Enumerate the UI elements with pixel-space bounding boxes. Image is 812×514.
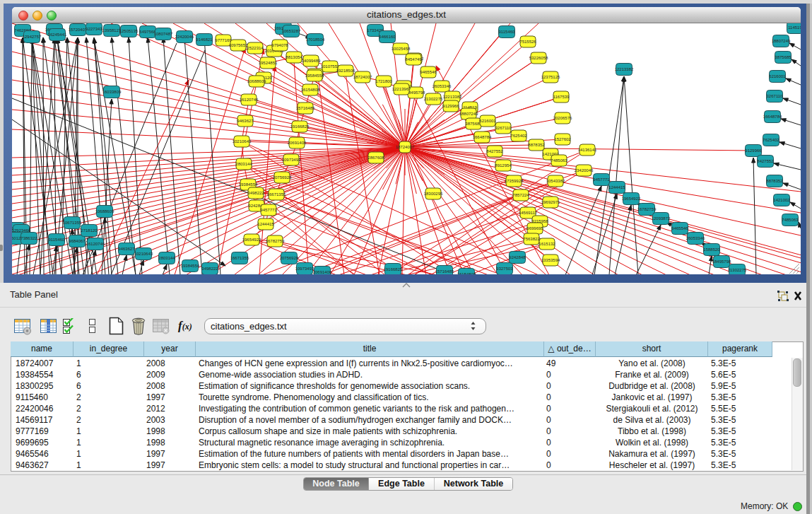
svg-text:2718120: 2718120 — [81, 228, 98, 233]
svg-text:16782759: 16782759 — [637, 207, 657, 211]
svg-text:16154808: 16154808 — [301, 88, 320, 92]
svg-text:18300295: 18300295 — [424, 192, 443, 196]
svg-text:12213382: 12213382 — [443, 95, 462, 99]
svg-text:1721800: 1721800 — [375, 79, 392, 83]
svg-text:9146821: 9146821 — [196, 37, 213, 42]
svg-text:14569117: 14569117 — [519, 211, 538, 215]
svg-text:9129966: 9129966 — [442, 104, 459, 108]
svg-text:9227343: 9227343 — [86, 27, 102, 31]
svg-text:8813054: 8813054 — [286, 55, 302, 59]
svg-text:13353594: 13353594 — [541, 258, 560, 262]
svg-text:18495798: 18495798 — [712, 259, 731, 264]
svg-text:10807487: 10807487 — [154, 32, 173, 36]
svg-text:20206576: 20206576 — [553, 116, 572, 120]
svg-text:7563822: 7563822 — [523, 237, 540, 241]
svg-text:17359928: 17359928 — [505, 179, 524, 183]
svg-text:10210643: 10210643 — [134, 252, 153, 256]
svg-text:9794078: 9794078 — [271, 43, 288, 47]
svg-text:7515526: 7515526 — [519, 40, 536, 44]
svg-text:9463627: 9463627 — [118, 247, 135, 251]
svg-text:18807249: 18807249 — [772, 39, 791, 43]
svg-text:1167539: 1167539 — [553, 95, 570, 99]
svg-text:19166825: 19166825 — [290, 124, 310, 129]
svg-text:15720407: 15720407 — [69, 28, 88, 32]
svg-text:2803144: 2803144 — [235, 162, 252, 166]
svg-text:20691406: 20691406 — [313, 270, 332, 274]
svg-text:114519: 114519 — [788, 25, 801, 30]
svg-text:19524851: 19524851 — [259, 61, 278, 65]
svg-text:1244415: 1244415 — [608, 185, 625, 189]
svg-text:6466160: 6466160 — [379, 35, 396, 39]
svg-text:8454749: 8454749 — [405, 57, 422, 62]
svg-text:20756928: 20756928 — [280, 256, 299, 260]
svg-text:7485063: 7485063 — [551, 158, 567, 163]
svg-text:16671355: 16671355 — [230, 256, 249, 260]
svg-text:12942757: 12942757 — [23, 35, 42, 39]
svg-text:8912954: 8912954 — [495, 163, 512, 168]
svg-text:3267110: 3267110 — [495, 126, 512, 130]
svg-text:9777169: 9777169 — [215, 38, 232, 42]
svg-text:2522314: 2522314 — [247, 46, 264, 50]
svg-text:26053346: 26053346 — [433, 84, 452, 88]
svg-text:16154808: 16154808 — [457, 272, 476, 274]
svg-text:9457771: 9457771 — [593, 177, 610, 182]
svg-text:2867608: 2867608 — [367, 156, 384, 160]
svg-text:19692971: 19692971 — [541, 200, 560, 204]
svg-text:7857224: 7857224 — [512, 193, 529, 197]
svg-text:7625402: 7625402 — [763, 138, 779, 142]
svg-text:10210643: 10210643 — [233, 139, 252, 144]
svg-text:12093872: 12093872 — [652, 216, 671, 221]
svg-text:19166825: 19166825 — [384, 267, 403, 271]
svg-text:15716485: 15716485 — [435, 269, 454, 274]
svg-text:10671355: 10671355 — [63, 221, 82, 225]
svg-text:10688609: 10688609 — [95, 209, 114, 214]
svg-text:2803144: 2803144 — [158, 256, 175, 260]
svg-text:16648784: 16648784 — [763, 115, 782, 119]
svg-text:10688609: 10688609 — [247, 79, 266, 83]
svg-text:6216001: 6216001 — [769, 74, 786, 78]
svg-text:19218506: 19218506 — [336, 69, 355, 73]
svg-text:16782759: 16782759 — [266, 239, 285, 243]
svg-text:18724007: 18724007 — [396, 145, 415, 149]
svg-text:12213382: 12213382 — [615, 67, 634, 71]
svg-text:21302275: 21302275 — [424, 97, 443, 101]
svg-text:10973493: 10973493 — [282, 158, 301, 162]
svg-text:1421002: 1421002 — [773, 198, 790, 202]
svg-text:9699695: 9699695 — [526, 226, 543, 230]
svg-text:9242848: 9242848 — [509, 255, 526, 259]
svg-text:16671355: 16671355 — [267, 192, 286, 197]
svg-text:8427552: 8427552 — [757, 159, 774, 163]
svg-text:21302275: 21302275 — [728, 268, 747, 272]
svg-text:17018504: 17018504 — [306, 37, 325, 42]
svg-text:19654922: 19654922 — [622, 197, 641, 201]
svg-text:9684067: 9684067 — [69, 239, 86, 243]
svg-text:19384554: 19384554 — [181, 264, 200, 268]
svg-text:9457771: 9457771 — [260, 208, 277, 212]
svg-text:16033809: 16033809 — [102, 90, 122, 94]
svg-text:10973493: 10973493 — [295, 267, 314, 271]
svg-text:1615132: 1615132 — [539, 242, 555, 246]
svg-text:12375125: 12375125 — [541, 75, 560, 79]
svg-text:16245441: 16245441 — [48, 33, 67, 37]
svg-text:8427552: 8427552 — [486, 149, 503, 153]
svg-text:9463627: 9463627 — [237, 119, 254, 123]
svg-text:9129966: 9129966 — [745, 148, 762, 153]
svg-text:9115460: 9115460 — [49, 238, 66, 242]
svg-text:6216001: 6216001 — [479, 119, 496, 123]
svg-text:10543382: 10543382 — [546, 179, 565, 183]
svg-text:9115460: 9115460 — [499, 30, 516, 34]
svg-text:19384554: 19384554 — [239, 182, 258, 187]
svg-text:9327503: 9327503 — [496, 267, 513, 271]
svg-text:15716485: 15716485 — [296, 106, 315, 110]
svg-text:8878352: 8878352 — [766, 179, 783, 183]
svg-text:12505135: 12505135 — [119, 29, 139, 33]
svg-text:16120746: 16120746 — [86, 242, 105, 246]
svg-text:20691406: 20691406 — [288, 141, 307, 145]
svg-text:23420046: 23420046 — [575, 168, 594, 173]
svg-text:16120746: 16120746 — [240, 98, 259, 102]
svg-text:10025458: 10025458 — [392, 47, 411, 51]
svg-text:26053346: 26053346 — [686, 236, 705, 240]
svg-text:1244415: 1244415 — [257, 222, 274, 226]
svg-text:8878352: 8878352 — [528, 143, 545, 147]
svg-text:3498222: 3498222 — [247, 191, 264, 195]
